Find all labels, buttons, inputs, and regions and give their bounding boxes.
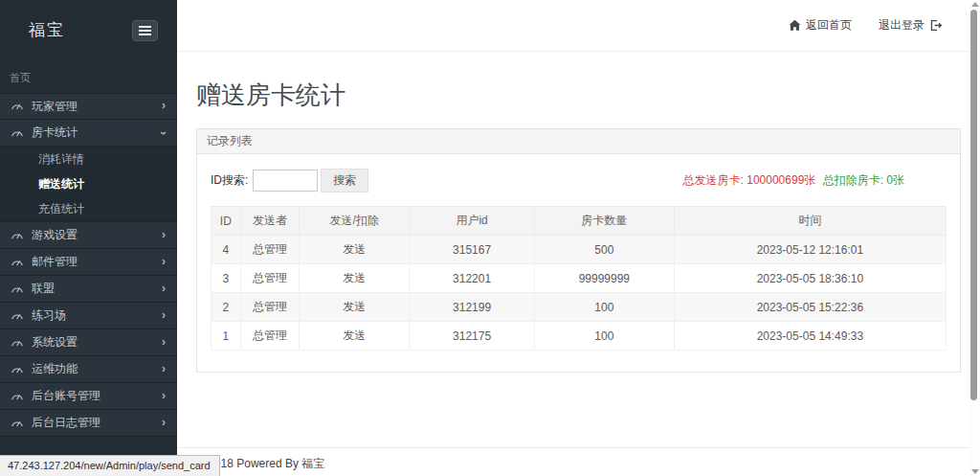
- table-cell: 3: [212, 264, 241, 293]
- table-body: 4总管理发送3151675002023-05-12 12:16:013总管理发送…: [212, 236, 947, 351]
- sidebar-menu-item-label: 房卡统计: [32, 125, 78, 141]
- hamburger-icon: [139, 26, 151, 28]
- table-cell: 2023-05-05 14:49:33: [674, 322, 946, 351]
- search-toolbar: ID搜索: 搜索 总发送房卡: 100000699张 总扣除房卡: 0张: [211, 169, 947, 193]
- sidebar-menu-item[interactable]: 后台账号管理 ›: [0, 383, 177, 410]
- chevron-right-icon: ›: [162, 309, 166, 321]
- sidebar-submenu-item-label: 赠送统计: [38, 176, 84, 193]
- table-header-cell: 用户id: [410, 207, 535, 236]
- gauge-icon: [11, 283, 24, 296]
- logout-label: 退出登录: [879, 17, 924, 34]
- table-row: 3总管理发送312201999999992023-05-05 18:36:10: [212, 264, 947, 293]
- total-sent-stat: 总发送房卡: 100000699张: [683, 173, 816, 187]
- table-cell: 4: [212, 236, 241, 264]
- table-cell: 99999999: [534, 264, 674, 293]
- sidebar-menu-item[interactable]: 运维功能 ›: [0, 356, 177, 383]
- gauge-icon: [11, 363, 24, 376]
- scrollbar-up-arrow[interactable]: [971, 2, 979, 7]
- vertical-scrollbar[interactable]: [969, 0, 980, 476]
- page-title: 赠送房卡统计: [196, 79, 961, 112]
- table-cell: 1: [212, 322, 241, 351]
- chevron-right-icon: ›: [162, 229, 166, 240]
- table-cell: 312199: [410, 293, 535, 322]
- search-button[interactable]: 搜索: [321, 169, 368, 193]
- browser-status-bar-url: 47.243.127.204/new/Admin/play/send_card: [0, 455, 220, 476]
- gauge-icon: [11, 390, 24, 403]
- scrollbar-thumb[interactable]: [970, 10, 977, 400]
- table-cell: 发送: [300, 293, 410, 322]
- table-cell: 发送: [300, 322, 410, 351]
- sidebar-menu-item[interactable]: 玩家管理 ›: [0, 93, 177, 120]
- table-cell: 315167: [410, 236, 535, 264]
- chevron-right-icon: ›: [162, 100, 166, 111]
- total-deducted-stat: 总扣除房卡: 0张: [823, 173, 904, 187]
- table-cell: 312201: [410, 264, 535, 293]
- page-footer: © 2018 Powered By 福宝: [177, 447, 980, 476]
- id-search-input[interactable]: [253, 170, 318, 192]
- main-content: 返回首页 退出登录 赠送房卡统计 记录列表 ID搜索: 搜索 总发送房卡: 10…: [177, 0, 980, 476]
- table-cell: 总管理: [240, 322, 299, 351]
- gauge-icon: [11, 309, 24, 323]
- sidebar-menu-item[interactable]: 房卡统计 ›: [0, 120, 177, 147]
- table-cell: 2: [212, 293, 241, 322]
- sidebar-submenu-item[interactable]: 赠送统计: [0, 171, 177, 196]
- sidebar-menu-item-label: 玩家管理: [32, 99, 78, 115]
- gauge-icon: [11, 336, 24, 350]
- table-header-cell: ID: [212, 207, 241, 236]
- home-icon: [789, 19, 801, 32]
- chevron-right-icon: ›: [162, 417, 166, 428]
- sidebar-menu: 玩家管理 › 房卡统计 › 消耗详情 赠送统计 充值统计 游戏设置 › 邮件管理…: [0, 93, 177, 437]
- sidebar-section-label: 首页: [0, 59, 177, 93]
- return-home-link[interactable]: 返回首页: [789, 17, 852, 34]
- id-search-label: ID搜索:: [211, 172, 248, 189]
- sidebar-submenu-item-label: 充值统计: [38, 201, 84, 217]
- sidebar-submenu: 消耗详情 赠送统计 充值统计: [0, 147, 177, 222]
- sidebar-submenu-item-label: 消耗详情: [38, 151, 84, 168]
- table-cell: 发送: [300, 236, 410, 264]
- sidebar-menu-item-label: 运维功能: [32, 361, 78, 377]
- table-header-cell: 时间: [674, 207, 946, 236]
- topbar: 返回首页 退出登录: [177, 0, 980, 52]
- records-table: ID发送者发送/扣除用户id房卡数量时间 4总管理发送3151675002023…: [211, 206, 947, 351]
- sidebar-menu-item-label: 练习场: [32, 307, 66, 324]
- gauge-icon: [11, 256, 24, 269]
- table-cell: 2023-05-05 18:36:10: [674, 264, 946, 293]
- table-cell: 总管理: [240, 264, 299, 293]
- sidebar-menu-item[interactable]: 联盟 ›: [0, 276, 177, 303]
- table-row: 2总管理发送3121991002023-05-05 15:22:36: [212, 293, 947, 322]
- table-cell: 2023-05-05 15:22:36: [674, 293, 946, 322]
- chevron-right-icon: ›: [162, 336, 166, 348]
- gauge-icon: [11, 229, 24, 242]
- sidebar-menu-item[interactable]: 邮件管理 ›: [0, 249, 177, 276]
- table-cell: 发送: [300, 264, 410, 293]
- table-cell: 总管理: [240, 236, 299, 264]
- sidebar-menu-item[interactable]: 游戏设置 ›: [0, 222, 177, 249]
- return-home-label: 返回首页: [806, 17, 852, 34]
- gauge-icon: [11, 126, 24, 140]
- chevron-right-icon: ›: [162, 256, 166, 267]
- sidebar-menu-item[interactable]: 后台日志管理 ›: [0, 410, 177, 437]
- chevron-down-icon: ›: [158, 131, 169, 135]
- sidebar-logo-bar: 福宝: [0, 0, 177, 59]
- records-panel: 记录列表 ID搜索: 搜索 总发送房卡: 100000699张 总扣除房卡: 0…: [196, 128, 961, 373]
- logout-icon: [929, 19, 942, 32]
- sidebar-submenu-item[interactable]: 消耗详情: [0, 147, 177, 171]
- table-cell: 500: [534, 236, 674, 264]
- sidebar-submenu-item[interactable]: 充值统计: [0, 196, 177, 221]
- sidebar-menu-item[interactable]: 练习场 ›: [0, 303, 177, 329]
- table-cell: 100: [534, 293, 674, 322]
- scrollbar-down-arrow[interactable]: [971, 469, 979, 474]
- table-header-cell: 发送者: [240, 207, 299, 236]
- logout-link[interactable]: 退出登录: [879, 17, 942, 34]
- table-row: 1总管理发送3121751002023-05-05 14:49:33: [212, 322, 947, 351]
- panel-body: ID搜索: 搜索 总发送房卡: 100000699张 总扣除房卡: 0张 ID发…: [197, 154, 960, 372]
- table-cell: 312175: [410, 322, 535, 351]
- table-cell: 100: [534, 322, 674, 351]
- sidebar-menu-item-label: 后台日志管理: [32, 415, 100, 431]
- gauge-icon: [11, 100, 24, 113]
- sidebar-menu-item-label: 邮件管理: [32, 254, 78, 270]
- sidebar-toggle-button[interactable]: [132, 20, 158, 41]
- chevron-right-icon: ›: [162, 363, 166, 374]
- sidebar-menu-item[interactable]: 系统设置 ›: [0, 329, 177, 356]
- sidebar-menu-item-label: 游戏设置: [32, 227, 78, 243]
